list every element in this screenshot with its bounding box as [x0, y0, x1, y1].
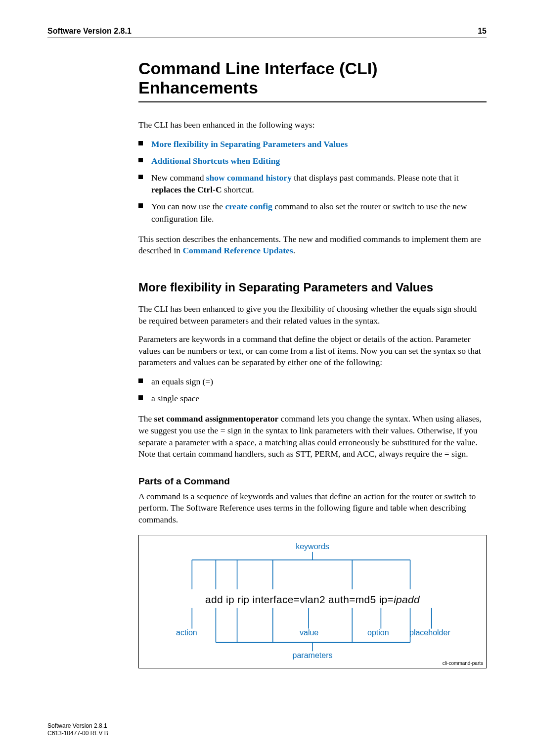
figure-reference-id: cli-command-parts: [443, 661, 483, 666]
body-paragraph: The set command assignmentoperator comma…: [138, 413, 487, 460]
figure-label-placeholder: placeholder: [409, 628, 450, 637]
command-parts-figure: keywords add ip rip interface=vlan2 auth…: [138, 535, 487, 668]
text: that displays past commands. Please note…: [292, 173, 459, 183]
link-create-config[interactable]: create config: [225, 201, 272, 211]
footer-line-2: C613-10477-00 REV B: [47, 730, 108, 737]
title-line-2: Enhancements: [138, 78, 258, 97]
header-left: Software Version 2.8.1: [47, 27, 132, 36]
list-item: New command show command history that di…: [138, 172, 487, 195]
figure-connectors: [139, 535, 486, 668]
separator-list: an equals sign (=) a single space: [138, 376, 487, 404]
list-item: You can now use the create config comman…: [138, 200, 487, 224]
text: You can now use the: [151, 201, 225, 211]
text: The: [138, 414, 154, 424]
list-item: Additional Shortcuts when Editing: [138, 155, 487, 167]
body-paragraph: The CLI has been enhanced to give you th…: [138, 303, 487, 327]
page-title: Command Line Interface (CLI) Enhancement…: [138, 59, 487, 97]
bold-command-name: set command assignmentoperator: [154, 414, 279, 424]
figure-label-parameters: parameters: [139, 651, 486, 660]
bold-replaces-ctrl-c: replaces the Ctrl-C: [151, 185, 222, 194]
link-additional-shortcuts[interactable]: Additional Shortcuts when Editing: [151, 156, 280, 166]
figure-label-value: value: [300, 628, 318, 637]
running-header: Software Version 2.8.1 15: [47, 27, 487, 38]
text: New command: [151, 173, 206, 183]
footer-line-1: Software Version 2.8.1: [47, 722, 108, 730]
enhancement-list: More flexibility in Separating Parameter…: [138, 138, 487, 225]
figure-label-option: option: [367, 628, 389, 637]
page-footer: Software Version 2.8.1 C613-10477-00 REV…: [47, 722, 108, 737]
link-more-flexibility[interactable]: More flexibility in Separating Parameter…: [151, 139, 348, 149]
intro-paragraph: The CLI has been enhanced in the followi…: [138, 119, 487, 131]
list-item: an equals sign (=): [138, 376, 487, 387]
text: shortcut.: [222, 185, 254, 194]
header-page-number: 15: [478, 27, 487, 36]
title-rule: [138, 101, 487, 102]
list-item: More flexibility in Separating Parameter…: [138, 138, 487, 150]
body-paragraph: A command is a sequence of keywords and …: [138, 491, 487, 526]
content-column: Command Line Interface (CLI) Enhancement…: [138, 59, 487, 668]
body-paragraph: Parameters are keywords in a command tha…: [138, 333, 487, 369]
figure-label-action: action: [176, 628, 197, 637]
bridge-paragraph: This section describes the enhancements.…: [138, 234, 487, 257]
link-show-command-history[interactable]: show command history: [206, 173, 292, 183]
title-line-1: Command Line Interface (CLI): [138, 59, 378, 78]
text: .: [293, 245, 295, 255]
section-heading: More flexibility in Separating Parameter…: [138, 281, 487, 294]
list-item: a single space: [138, 392, 487, 404]
subsection-heading: Parts of a Command: [138, 476, 487, 487]
link-command-reference-updates[interactable]: Command Reference Updates: [182, 245, 293, 255]
